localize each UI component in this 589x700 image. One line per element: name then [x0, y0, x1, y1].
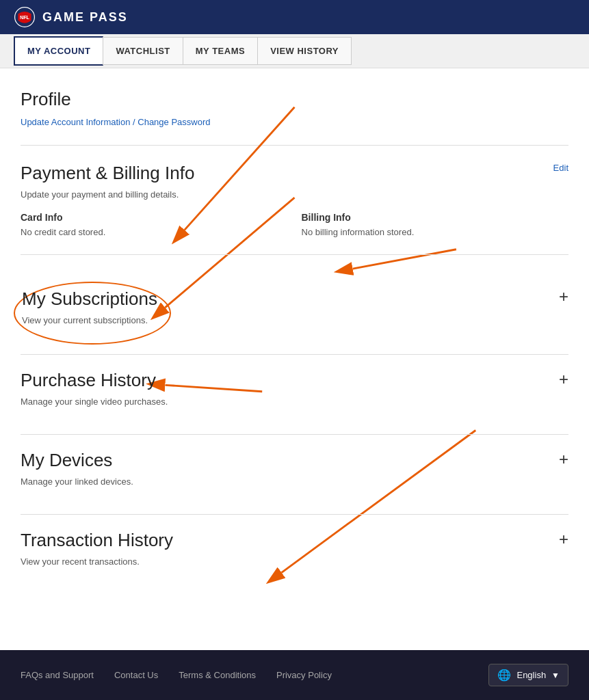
billing-info-title: Billing Info	[302, 212, 569, 223]
contact-link[interactable]: Contact Us	[114, 670, 158, 680]
purchase-history-section[interactable]: Purchase History Manage your single vide…	[21, 355, 568, 435]
card-info-value: No credit card stored.	[21, 227, 288, 237]
main-content: Profile Update Account Information / Cha…	[0, 68, 589, 650]
my-devices-expand-icon: +	[559, 450, 568, 468]
svg-text:NFL: NFL	[20, 14, 30, 21]
profile-title: Profile	[21, 89, 568, 110]
payment-grid: Card Info No credit card stored. Billing…	[21, 212, 568, 237]
billing-info-value: No billing information stored.	[302, 227, 569, 237]
my-devices-title: My Devices	[21, 450, 559, 471]
tab-my-account[interactable]: MY ACCOUNT	[14, 36, 103, 66]
my-devices-section[interactable]: My Devices Manage your linked devices. +	[21, 435, 568, 515]
game-pass-logo-text: GAME PASS	[42, 10, 128, 25]
card-info-col: Card Info No credit card stored.	[21, 212, 288, 237]
payment-edit-link[interactable]: Edit	[553, 163, 568, 173]
nfl-shield-icon: NFL	[14, 6, 36, 28]
subscriptions-section[interactable]: My Subscriptions View your current subsc…	[21, 272, 568, 355]
purchase-history-expand-icon: +	[559, 370, 568, 388]
subscriptions-subtitle: View your current subscriptions.	[22, 315, 157, 325]
payment-subtitle: Update your payment and billing details.	[21, 189, 194, 200]
terms-link[interactable]: Terms & Conditions	[179, 670, 256, 680]
transaction-history-section[interactable]: Transaction History View your recent tra…	[21, 515, 568, 594]
purchase-history-title: Purchase History	[21, 370, 559, 391]
subscriptions-title: My Subscriptions	[22, 288, 157, 310]
purchase-history-content: Purchase History Manage your single vide…	[21, 370, 559, 419]
payment-title: Payment & Billing Info	[21, 163, 194, 184]
subscriptions-expand-icon: +	[559, 287, 568, 305]
billing-info-col: Billing Info No billing information stor…	[302, 212, 569, 237]
subscriptions-highlight: My Subscriptions View your current subsc…	[14, 282, 171, 345]
tab-watchlist[interactable]: WATCHLIST	[103, 37, 183, 65]
nav-bar: MY ACCOUNT WATCHLIST MY TEAMS VIEW HISTO…	[0, 34, 589, 68]
language-selector[interactable]: 🌐 English ▼	[488, 664, 568, 686]
payment-section: Payment & Billing Info Update your payme…	[21, 163, 568, 255]
header: NFL GAME PASS	[0, 0, 589, 34]
my-devices-content: My Devices Manage your linked devices.	[21, 450, 559, 499]
my-devices-subtitle: Manage your linked devices.	[21, 476, 559, 487]
tab-view-history[interactable]: VIEW HISTORY	[257, 37, 352, 65]
payment-title-group: Payment & Billing Info Update your payme…	[21, 163, 194, 212]
footer-links: FAQs and Support Contact Us Terms & Cond…	[21, 670, 332, 680]
logo-container: NFL GAME PASS	[14, 6, 128, 28]
tab-my-teams[interactable]: MY TEAMS	[183, 37, 258, 65]
globe-icon: 🌐	[497, 669, 511, 682]
transaction-history-subtitle: View your recent transactions.	[21, 556, 559, 567]
payment-header-row: Payment & Billing Info Update your payme…	[21, 163, 568, 212]
language-label: English	[516, 670, 546, 680]
update-account-link[interactable]: Update Account Information / Change Pass…	[21, 117, 211, 127]
chevron-down-icon: ▼	[551, 671, 560, 680]
privacy-link[interactable]: Privacy Policy	[276, 670, 332, 680]
purchase-history-subtitle: Manage your single video purchases.	[21, 396, 559, 407]
subscriptions-content: My Subscriptions View your current subsc…	[21, 287, 559, 339]
transaction-history-title: Transaction History	[21, 530, 559, 551]
card-info-title: Card Info	[21, 212, 288, 223]
profile-section: Profile Update Account Information / Cha…	[21, 89, 568, 146]
transaction-history-content: Transaction History View your recent tra…	[21, 530, 559, 579]
footer: FAQs and Support Contact Us Terms & Cond…	[0, 650, 589, 700]
transaction-history-expand-icon: +	[559, 530, 568, 548]
faqs-link[interactable]: FAQs and Support	[21, 670, 94, 680]
